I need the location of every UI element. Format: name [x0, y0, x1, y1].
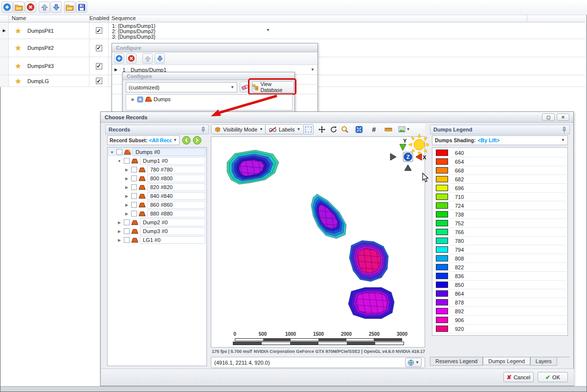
- tree-item-label[interactable]: Dump1 #0: [140, 157, 205, 165]
- expand-arrow-icon[interactable]: ▶: [130, 97, 136, 102]
- legend-row[interactable]: 752: [433, 219, 566, 228]
- row-sequence-cell[interactable]: 1: {Dumps/Dump1}2: {Dumps/Dump2}3: {Dump…: [109, 22, 585, 39]
- tree-checkbox[interactable]: [131, 211, 137, 217]
- legend-row[interactable]: 668: [433, 166, 566, 175]
- enabled-checkbox[interactable]: ✓: [96, 78, 102, 84]
- pin-icon[interactable]: [201, 127, 205, 133]
- enabled-checkbox[interactable]: ✓: [96, 27, 102, 34]
- view-database-button[interactable]: View Database: [252, 81, 294, 93]
- save-button[interactable]: [76, 1, 87, 13]
- tree-item-label[interactable]: 860 #860: [147, 201, 205, 209]
- tree-item-label[interactable]: Dump3 #0: [140, 227, 205, 235]
- choose-records-titlebar[interactable]: Choose Records ▢ ✕: [101, 112, 573, 123]
- grid-button[interactable]: #: [369, 124, 379, 134]
- tree-item[interactable]: ▶LG1 #0: [108, 236, 206, 244]
- subset-next-button[interactable]: [193, 136, 202, 145]
- tree-item[interactable]: ▼Dump1 #0: [108, 156, 206, 165]
- expand-arrow-icon[interactable]: ▶: [124, 212, 130, 216]
- chevron-down-icon[interactable]: ▼: [266, 28, 270, 32]
- legend-row[interactable]: 906: [433, 316, 566, 325]
- axis-widget[interactable]: Y Z X: [389, 137, 427, 175]
- tree-item-label[interactable]: 780 #780: [147, 166, 205, 174]
- delete-button[interactable]: [25, 1, 36, 13]
- visibility-mode-button[interactable]: Visibility Mode ▼: [211, 124, 267, 134]
- legend-row[interactable]: 794: [433, 245, 566, 254]
- legend-row[interactable]: 696: [433, 184, 566, 193]
- row-enabled-cell[interactable]: ✓: [90, 57, 109, 75]
- tree-checkbox[interactable]: [131, 167, 137, 173]
- erase-button[interactable]: [240, 82, 250, 92]
- tree-item-label[interactable]: Dump2 #0: [140, 218, 205, 226]
- ruler-button[interactable]: [383, 124, 393, 134]
- zoom-button[interactable]: [339, 124, 350, 134]
- cancel-button[interactable]: ✘ Cancel: [503, 372, 534, 382]
- tab-layers[interactable]: Layers: [530, 357, 557, 366]
- legend-row[interactable]: 780: [433, 237, 566, 245]
- move-up-button[interactable]: [39, 1, 50, 13]
- tree-item-label[interactable]: Dumps #0: [133, 148, 205, 156]
- row-name-cell[interactable]: ★DumpLG: [9, 75, 90, 87]
- expand-arrow-icon[interactable]: ▶: [124, 176, 130, 181]
- legend-row[interactable]: 640: [433, 149, 566, 157]
- inner-tree-root-label[interactable]: Dumps: [154, 96, 171, 102]
- row-selector[interactable]: [0, 75, 9, 87]
- open-file-button[interactable]: [64, 1, 75, 13]
- tree-checkbox[interactable]: [131, 202, 137, 208]
- expand-arrow-icon[interactable]: ▶: [124, 194, 130, 198]
- rotate-button[interactable]: [328, 124, 339, 134]
- tree-checkbox[interactable]: [131, 175, 137, 181]
- tree-item[interactable]: ▼Dumps #0: [108, 148, 206, 156]
- tree-item-label[interactable]: 840 #840: [147, 192, 205, 200]
- row-enabled-cell[interactable]: ✓: [90, 75, 109, 87]
- record-subset-dropdown[interactable]: Record Subset: <All Reco... ▼: [107, 135, 180, 145]
- tree-item[interactable]: ▶840 #840: [108, 192, 206, 200]
- tree-item-label[interactable]: 880 #880: [147, 210, 205, 218]
- legend-row[interactable]: 710: [433, 193, 566, 201]
- legend-row[interactable]: 920: [433, 325, 566, 333]
- enabled-checkbox[interactable]: ✓: [96, 63, 102, 69]
- row-selector[interactable]: ▶: [0, 22, 9, 39]
- collapse-arrow-icon[interactable]: ▼: [116, 159, 122, 163]
- enabled-checkbox[interactable]: ✓: [96, 45, 102, 51]
- table-row[interactable]: ▶★DumpsPit1✓1: {Dumps/Dump1}2: {Dumps/Du…: [0, 22, 585, 39]
- legend-row[interactable]: 892: [433, 307, 566, 316]
- legend-row[interactable]: 682: [433, 175, 566, 184]
- close-button[interactable]: ✕: [557, 113, 569, 121]
- row-selector[interactable]: [0, 39, 9, 57]
- tree-item[interactable]: ▶780 #780: [108, 165, 206, 174]
- subset-prev-button[interactable]: [182, 136, 191, 145]
- pin-icon[interactable]: [562, 127, 566, 133]
- column-name[interactable]: Name: [9, 15, 90, 22]
- tree-checkbox[interactable]: [124, 158, 130, 164]
- shading-dropdown[interactable]: Dumps Shading: <By Lift> ▼: [432, 135, 568, 145]
- legend-row[interactable]: 738: [433, 210, 566, 219]
- tree-item-label[interactable]: LG1 #0: [140, 236, 205, 244]
- tree-item-label[interactable]: 820 #820: [147, 183, 205, 191]
- select-box-button[interactable]: [303, 124, 314, 134]
- row-selector[interactable]: [0, 57, 9, 75]
- cfg-move-up-button[interactable]: [142, 53, 153, 64]
- legend-row[interactable]: 808: [433, 254, 566, 263]
- row-enabled-cell[interactable]: ✓: [90, 22, 109, 39]
- add-button[interactable]: [1, 1, 13, 13]
- legend-row[interactable]: 822: [433, 263, 566, 272]
- expand-arrow-icon[interactable]: ▶: [124, 203, 130, 207]
- cfg-add-button[interactable]: [114, 53, 124, 64]
- cfg-move-down-button[interactable]: [155, 53, 165, 64]
- column-enabled[interactable]: Enabled: [90, 15, 109, 22]
- row-name-cell[interactable]: ★DumpsPit1: [9, 22, 90, 39]
- tree-item[interactable]: ▶820 #820: [108, 183, 206, 192]
- tree-checkbox[interactable]: [124, 219, 130, 225]
- tree-item[interactable]: ▶Dump3 #0: [108, 227, 206, 236]
- tree-checkbox[interactable]: [124, 228, 130, 234]
- expand-arrow-icon[interactable]: ▶: [116, 238, 122, 242]
- open-button[interactable]: [13, 1, 24, 13]
- tree-item[interactable]: ▶860 #860: [108, 200, 206, 209]
- ok-button[interactable]: ✔ OK: [538, 372, 568, 382]
- expand-arrow-icon[interactable]: ▶: [116, 220, 122, 225]
- legend-row[interactable]: 724: [433, 201, 566, 210]
- coordinate-system-button[interactable]: ▼: [405, 358, 422, 367]
- expand-arrow-icon[interactable]: ▶: [116, 229, 122, 234]
- tab-reserves-legend[interactable]: Reserves Legend: [430, 357, 483, 366]
- expand-arrow-icon[interactable]: ▶: [124, 185, 130, 190]
